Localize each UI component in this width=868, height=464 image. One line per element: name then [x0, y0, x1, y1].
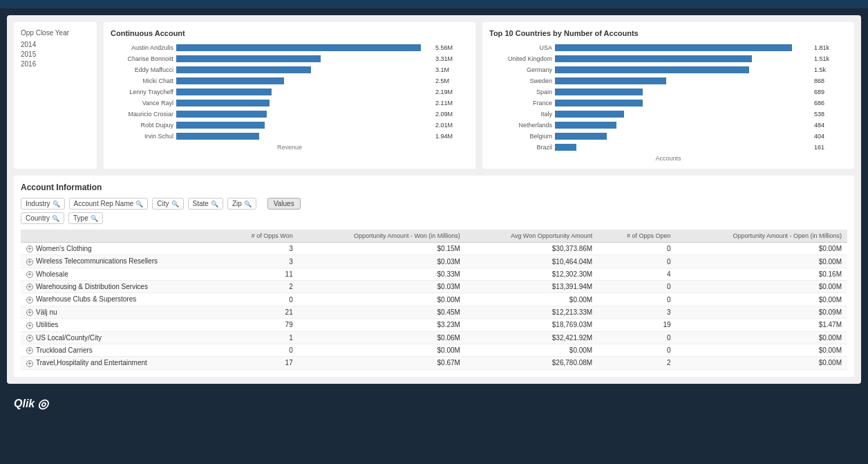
row-amt-won: $0.15M: [299, 243, 466, 255]
bar-label: Charise Bonnoitt: [111, 55, 176, 62]
bar: [176, 111, 267, 118]
filter-industry[interactable]: Industry 🔍: [21, 198, 65, 210]
countries-chart-title: Top 10 Countries by Number of Accounts: [489, 29, 847, 37]
row-avg-won: $18,769.03M: [466, 319, 598, 331]
row-industry-name: Truckload Carriers: [21, 344, 224, 356]
bar-label: Lenny Traycheff: [111, 89, 176, 95]
row-opps-won: 17: [224, 357, 299, 369]
account-info-section: Account Information Industry 🔍 Account R…: [14, 176, 854, 377]
filter-state[interactable]: State 🔍: [188, 198, 223, 210]
countries-chart: Top 10 Countries by Number of Accounts U…: [482, 22, 854, 169]
bar: [176, 66, 311, 73]
state-search-icon: 🔍: [211, 201, 218, 207]
row-amt-won: $0.06M: [299, 331, 466, 344]
row-avg-won: $32,421.92M: [466, 331, 598, 344]
row-expand-icon[interactable]: [26, 347, 33, 354]
row-amt-open: $0.00M: [677, 331, 847, 344]
country-bar: [555, 144, 576, 151]
table-row[interactable]: Wholesale11$0.33M$12,302.30M4$0.16M: [21, 268, 847, 280]
country-bar-label: Spain: [489, 89, 555, 95]
table-row[interactable]: Women's Clothing3$0.15M$30,373.86M0$0.00…: [21, 243, 847, 255]
row-expand-icon[interactable]: [26, 309, 33, 316]
account-rep-search-icon: 🔍: [135, 201, 143, 207]
row-expand-icon[interactable]: [26, 284, 33, 290]
bar: [176, 44, 421, 51]
country-bar-wrapper: 868: [555, 77, 813, 85]
bar-wrapper: 3.31M: [176, 55, 434, 63]
filter-type-label: Type: [73, 214, 88, 222]
table-row[interactable]: Travel,Hospitality and Entertainment17$0…: [21, 357, 847, 369]
filter-type[interactable]: Type 🔍: [68, 212, 103, 224]
country-bar-label: Belgium: [489, 133, 555, 140]
filter-city[interactable]: City 🔍: [152, 198, 183, 210]
bar-value: 2.5M: [435, 77, 449, 84]
bar-label: Austin Andzulis: [111, 44, 176, 51]
row-industry-name: Women's Clothing: [21, 243, 224, 255]
row-opps-open: 19: [598, 319, 676, 331]
country-bar-label: Brazil: [489, 144, 555, 151]
continuous-bar-row: Eddy Maffucci3.1M: [111, 65, 434, 75]
row-opps-open: 4: [598, 268, 676, 280]
continuous-bars: Austin Andzulis5.56MCharise Bonnoitt3.31…: [111, 43, 469, 141]
country-bar: [555, 133, 607, 140]
col-avg-won: Avg Won Opportunity Amount: [466, 230, 598, 243]
bar-label: Eddy Maffucci: [111, 66, 176, 73]
bar: [176, 133, 259, 140]
filter-country[interactable]: Country 🔍: [21, 212, 64, 224]
row-opps-won: 0: [224, 293, 299, 306]
table-row[interactable]: Välj nu21$0.45M$12,213.33M3$0.09M: [21, 306, 847, 318]
row-expand-icon[interactable]: [26, 271, 33, 278]
countries-bar-row: Belgium404: [489, 131, 813, 141]
row-expand-icon[interactable]: [26, 360, 33, 367]
country-bar-wrapper: 689: [555, 88, 813, 96]
zip-search-icon: 🔍: [244, 201, 252, 207]
row-opps-open: 0: [598, 331, 676, 344]
table-row[interactable]: Warehouse Clubs & Superstores0$0.00M$0.0…: [21, 293, 847, 306]
table-header-row: # of Opps Won Opportunity Amount - Won (…: [21, 230, 847, 243]
row-industry-name: Välj nu: [21, 306, 224, 318]
bar-wrapper: 2.11M: [176, 99, 434, 107]
row-expand-icon[interactable]: [26, 245, 33, 252]
country-bar-value: 1.5k: [814, 66, 826, 73]
year-2014[interactable]: 2014: [21, 41, 90, 48]
table-row[interactable]: US Local/County/City1$0.06M$32,421.92M0$…: [21, 331, 847, 344]
city-search-icon: 🔍: [171, 201, 179, 207]
table-row[interactable]: Truckload Carriers0$0.00M$0.00M0$0.00M: [21, 344, 847, 356]
bar-label: Mauricio Crosiar: [111, 111, 176, 118]
row-avg-won: $12,213.33M: [466, 306, 598, 318]
col-amt-won: Opportunity Amount - Won (in Millions): [299, 230, 466, 243]
filter-zip[interactable]: Zip 🔍: [227, 198, 256, 210]
country-bar: [555, 77, 666, 84]
table-row[interactable]: Utilities79$3.23M$18,769.03M19$1.47M: [21, 319, 847, 331]
row-opps-won: 21: [224, 306, 299, 318]
row-opps-open: 0: [598, 281, 676, 293]
filter-account-rep[interactable]: Account Rep Name 🔍: [69, 198, 149, 210]
table-row[interactable]: Warehousing & Distribution Services2$0.0…: [21, 281, 847, 293]
continuous-account-chart: Continuous Account Austin Andzulis5.56MC…: [104, 22, 475, 169]
filter-state-label: State: [193, 200, 209, 207]
year-2016[interactable]: 2016: [21, 60, 90, 68]
bar-wrapper: 2.01M: [176, 121, 434, 129]
row-amt-won: $0.67M: [299, 357, 466, 369]
country-bar-value: 538: [814, 111, 824, 118]
continuous-axis-label: Revenue: [111, 144, 469, 151]
values-button[interactable]: Values: [267, 198, 301, 210]
col-name: [21, 230, 224, 243]
row-expand-icon[interactable]: [26, 259, 33, 266]
row-industry-name: Wireless Telecommunications Resellers: [21, 255, 224, 268]
country-bar-label: USA: [489, 44, 555, 51]
table-row[interactable]: Wireless Telecommunications Resellers3$0…: [21, 255, 847, 268]
row-expand-icon[interactable]: [26, 297, 33, 304]
row-expand-icon[interactable]: [26, 322, 33, 329]
bar-value: 2.19M: [435, 89, 453, 95]
row-amt-won: $0.00M: [299, 293, 466, 306]
row-opps-won: 3: [224, 255, 299, 268]
row-avg-won: $10,464.04M: [466, 255, 598, 268]
continuous-bar-row: Micki Chatt2.5M: [111, 76, 434, 86]
filter-row-2: Country 🔍 Type 🔍: [21, 212, 847, 224]
country-bar-label: Sweden: [489, 77, 555, 84]
year-2015[interactable]: 2015: [21, 50, 90, 58]
bar-value: 1.94M: [435, 133, 453, 140]
row-expand-icon[interactable]: [26, 335, 33, 342]
bar: [176, 89, 272, 95]
